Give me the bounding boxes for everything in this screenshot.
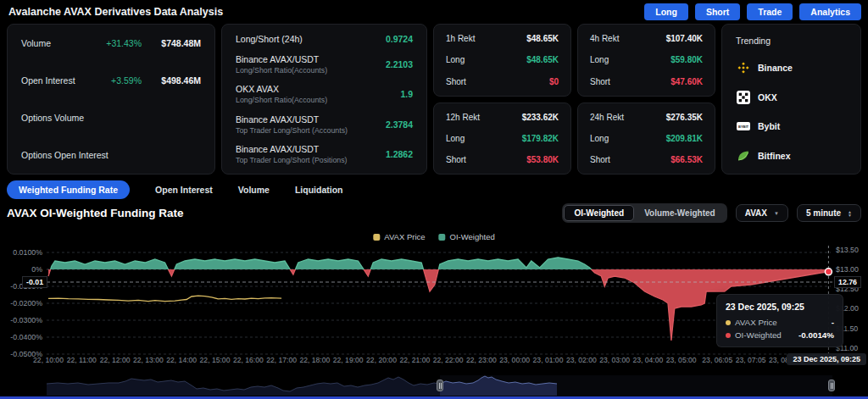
legend-oi-weighted[interactable]: OI-Weighted bbox=[439, 232, 495, 241]
trending-item-okx[interactable]: OKX bbox=[736, 90, 847, 104]
oi-change: +3.59% bbox=[111, 75, 142, 86]
ratio-row: Long/Short (24h) 0.9724 bbox=[236, 34, 413, 44]
chevron-down-icon: ▼ bbox=[774, 211, 779, 216]
volume-change: +31.43% bbox=[106, 38, 142, 48]
tab-liquidation[interactable]: Liquidation bbox=[295, 185, 343, 195]
price-dot-icon bbox=[726, 320, 731, 325]
tab-volume[interactable]: Volume bbox=[238, 185, 270, 195]
ratio-row: Binance AVAX/USDT Top Trader Long/Short … bbox=[236, 114, 413, 135]
chart-legend: AVAX Price OI-Weighted bbox=[373, 232, 494, 241]
interval-select[interactable]: 5 minute ▲▼ bbox=[797, 204, 861, 222]
chart-tooltip: 23 Dec 2025, 09:25 AVAX Price - OI-Weigh… bbox=[716, 294, 843, 347]
bybit-icon: BYBIT bbox=[736, 119, 750, 134]
trade-button[interactable]: Trade bbox=[747, 3, 793, 20]
chart-title: AVAX OI-Weighted Funding Rate bbox=[7, 207, 184, 219]
rekt-24h-card: 24h Rekt$276.35K Long$209.81K Short$66.5… bbox=[577, 103, 715, 175]
spinner-icon: ▲▼ bbox=[848, 210, 852, 217]
trending-item-bitfinex[interactable]: Bitfinex bbox=[736, 148, 847, 163]
oi-value: $498.46M bbox=[152, 75, 201, 86]
market-stats-card: Volume +31.43% $748.48M Open Interest +3… bbox=[7, 24, 215, 175]
header-actions: Long Short Trade Analytics bbox=[644, 3, 861, 20]
long-button[interactable]: Long bbox=[644, 3, 688, 20]
stat-row-volume: Volume +31.43% $748.48M bbox=[21, 38, 201, 48]
tab-weighted-funding-rate[interactable]: Weighted Funding Rate bbox=[7, 180, 130, 199]
svg-text:BYBIT: BYBIT bbox=[738, 125, 749, 129]
weighting-toggle: OI-Weighted Volume-Weighted bbox=[562, 203, 726, 223]
ratio-row: Binance AVAX/USDT Top Trader Long/Short … bbox=[236, 144, 413, 164]
short-button[interactable]: Short bbox=[695, 3, 740, 20]
tooltip-row-price: AVAX Price - bbox=[726, 318, 834, 327]
funding-dot-icon bbox=[726, 333, 731, 338]
avax-price-swatch bbox=[373, 234, 380, 241]
binance-icon bbox=[736, 61, 750, 75]
rekt-column-1: 1h Rekt$48.65K Long$48.65K Short$0 12h R… bbox=[433, 24, 571, 175]
crosshair-right-label: 12.76 bbox=[834, 276, 861, 288]
navigator-right-handle[interactable] bbox=[828, 380, 835, 391]
crosshair-time-label: 23 Dec 2025, 09:25 bbox=[787, 353, 866, 365]
tooltip-date: 23 Dec 2025, 09:25 bbox=[726, 302, 834, 312]
rekt-4h-card: 4h Rekt$107.40K Long$59.80K Short$47.60K bbox=[577, 24, 715, 97]
rekt-12h-card: 12h Rekt$233.62K Long$179.82K Short$53.8… bbox=[433, 103, 571, 175]
toggle-oi-weighted[interactable]: OI-Weighted bbox=[564, 205, 634, 221]
oi-weighted-swatch bbox=[439, 234, 446, 241]
legend-avax-price[interactable]: AVAX Price bbox=[373, 232, 425, 241]
avax-derivatives-dashboard: Avalanche AVAX Derivatives Data Analysis… bbox=[0, 0, 868, 399]
trending-title: Trending bbox=[736, 36, 847, 46]
tooltip-row-funding: OI-Weighted -0.0014% bbox=[726, 330, 834, 340]
trending-item-bybit[interactable]: BYBIT Bybit bbox=[736, 119, 847, 134]
chart-tabs: Weighted Funding Rate Open Interest Volu… bbox=[7, 180, 342, 200]
chart-controls: OI-Weighted Volume-Weighted AVAX ▼ 5 min… bbox=[562, 203, 861, 223]
ratio-row: OKX AVAX Long/Short Ratio(Accounts) 1.9 bbox=[236, 84, 413, 104]
toggle-volume-weighted[interactable]: Volume-Weighted bbox=[634, 205, 726, 221]
stat-row-options-volume: Options Volume bbox=[21, 113, 201, 123]
navigator-left-handle[interactable] bbox=[437, 380, 443, 391]
rekt-column-2: 4h Rekt$107.40K Long$59.80K Short$47.60K… bbox=[577, 24, 715, 175]
trending-item-binance[interactable]: Binance bbox=[736, 61, 847, 75]
trending-card: Trending Binance OKX bbox=[721, 24, 861, 175]
rekt-1h-card: 1h Rekt$48.65K Long$48.65K Short$0 bbox=[433, 24, 571, 97]
page-title: Avalanche AVAX Derivatives Data Analysis bbox=[8, 6, 223, 18]
okx-icon bbox=[736, 90, 750, 104]
bitfinex-icon bbox=[736, 148, 750, 163]
stat-row-open-interest: Open Interest +3.59% $498.46M bbox=[21, 75, 201, 86]
crosshair-left-label: -0.01 bbox=[22, 276, 47, 288]
stat-row-options-open-interest: Options Open Interest bbox=[21, 150, 201, 160]
analytics-button[interactable]: Analytics bbox=[799, 3, 861, 20]
volume-value: $748.48M bbox=[152, 38, 201, 48]
tab-open-interest[interactable]: Open Interest bbox=[155, 185, 213, 195]
long-short-ratios-card: Long/Short (24h) 0.9724 Binance AVAX/USD… bbox=[221, 24, 427, 175]
symbol-select[interactable]: AVAX ▼ bbox=[736, 204, 788, 222]
summary-cards: Volume +31.43% $748.48M Open Interest +3… bbox=[7, 24, 861, 175]
ratio-row: Binance AVAX/USDT Long/Short Ratio(Accou… bbox=[236, 54, 413, 75]
